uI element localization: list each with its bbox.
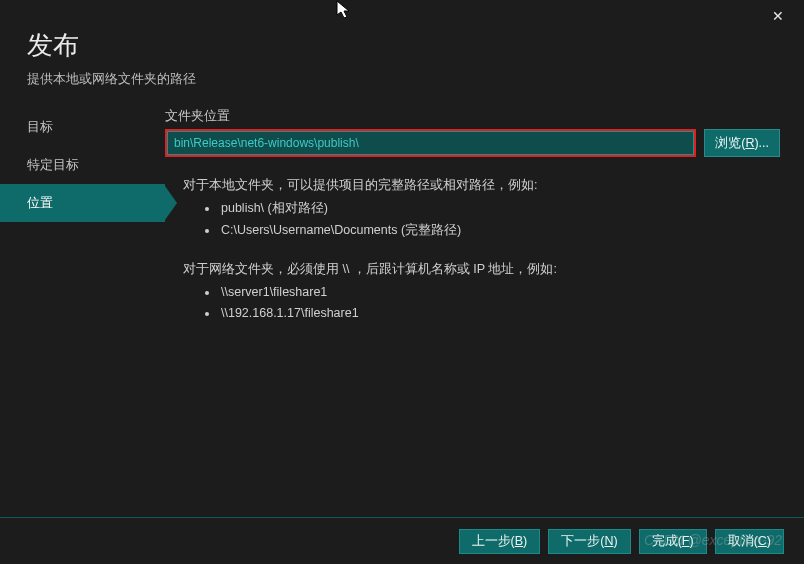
close-icon[interactable]: ✕ [764,4,792,28]
sidebar-item-specific-target[interactable]: 特定目标 [0,146,165,184]
publish-dialog: ✕ 发布 提供本地或网络文件夹的路径 目标 特定目标 位置 文件夹位置 浏览(R… [0,0,804,564]
help-network-ex1: \\server1\fileshare1 [219,282,780,303]
sidebar-item-target[interactable]: 目标 [0,108,165,146]
browse-hotkey: R [745,136,754,150]
help-local-ex2: C:\Users\Username\Documents (完整路径) [219,220,780,241]
help-network: 对于网络文件夹，必须使用 \\ ，后跟计算机名称或 IP 地址，例如: \\se… [165,259,780,325]
help-local-text: 对于本地文件夹，可以提供项目的完整路径或相对路径，例如: [183,175,780,196]
help-local: 对于本地文件夹，可以提供项目的完整路径或相对路径，例如: publish\ (相… [165,175,780,241]
browse-button[interactable]: 浏览(R)... [704,129,780,157]
folder-path-input[interactable] [167,131,694,155]
back-button[interactable]: 上一步(B) [459,529,541,554]
folder-location-label: 文件夹位置 [165,108,780,125]
help-local-ex1: publish\ (相对路径) [219,198,780,219]
help-network-text: 对于网络文件夹，必须使用 \\ ，后跟计算机名称或 IP 地址，例如: [183,259,780,280]
dialog-title: 发布 [27,28,804,63]
wizard-footer: 上一步(B) 下一步(N) 完成(F) 取消(C) [0,517,804,564]
dialog-header: 发布 提供本地或网络文件夹的路径 [0,0,804,88]
input-highlight-box [165,129,696,157]
finish-button[interactable]: 完成(F) [639,529,707,554]
help-network-ex2: \\192.168.1.17\fileshare1 [219,303,780,324]
sidebar-item-location[interactable]: 位置 [0,184,165,222]
browse-button-label: 浏览 [715,136,741,150]
dialog-subtitle: 提供本地或网络文件夹的路径 [27,71,804,88]
cancel-button[interactable]: 取消(C) [715,529,784,554]
next-button[interactable]: 下一步(N) [548,529,630,554]
wizard-sidebar: 目标 特定目标 位置 [0,108,165,325]
wizard-content: 文件夹位置 浏览(R)... 对于本地文件夹，可以提供项目的完整路径或相对路径，… [165,108,804,325]
